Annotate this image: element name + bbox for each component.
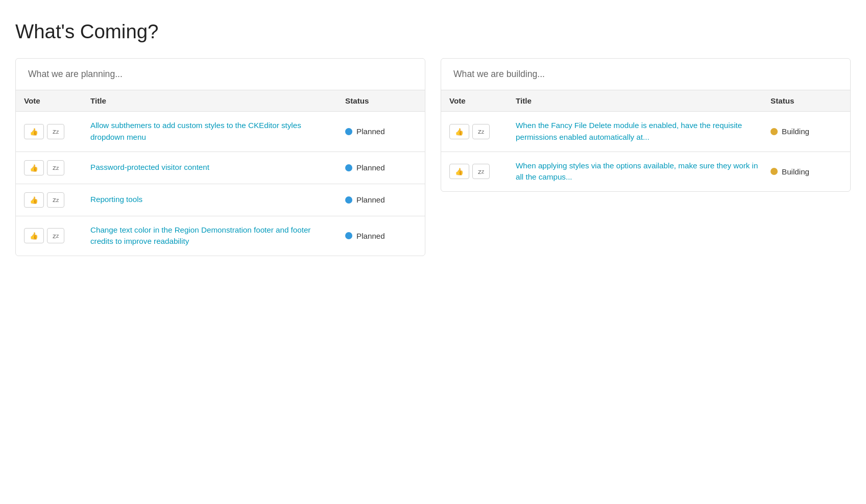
sleep-button[interactable]: zz [472,164,490,179]
thumbs-up-button[interactable]: 👍 [449,164,469,179]
row-title[interactable]: Reporting tools [90,194,345,206]
row-title[interactable]: Allow subthemers to add custom styles to… [90,120,345,143]
row-title[interactable]: When applying styles via the options ava… [516,160,771,184]
status-label: Planned [356,232,385,240]
sleep-button[interactable]: zz [47,228,64,243]
status-label: Planned [356,127,385,136]
status-cell: Building [771,167,842,176]
status-dot-building [771,168,778,175]
status-cell: Building [771,127,842,136]
planning-panel: What we are planning... Vote Title Statu… [15,58,425,256]
status-dot-planned [345,232,352,239]
vote-cell: 👍 zz [24,160,90,175]
status-dot-building [771,128,778,135]
status-dot-planned [345,164,352,171]
thumbs-up-button[interactable]: 👍 [24,192,44,208]
planning-col-vote: Vote [24,96,90,105]
vote-cell: 👍 zz [449,164,516,179]
table-row: 👍 zz Reporting tools Planned [16,184,425,216]
status-cell: Planned [345,163,417,172]
planning-table-header: Vote Title Status [16,90,425,112]
status-cell: Planned [345,195,417,204]
status-label: Building [782,167,809,176]
thumbs-up-button[interactable]: 👍 [24,228,44,243]
vote-cell: 👍 zz [24,192,90,208]
row-title[interactable]: Password-protected visitor content [90,162,345,173]
status-label: Building [782,127,809,136]
table-row: 👍 zz Password-protected visitor content … [16,152,425,184]
status-label: Planned [356,195,385,204]
building-col-status: Status [771,96,842,105]
table-row: 👍 zz Change text color in the Region Dem… [16,216,425,256]
row-title[interactable]: When the Fancy File Delete module is ena… [516,120,771,143]
vote-cell: 👍 zz [449,124,516,139]
building-table-header: Vote Title Status [441,90,850,112]
building-panel: What we are building... Vote Title Statu… [441,58,851,192]
thumbs-up-button[interactable]: 👍 [24,160,44,175]
thumbs-up-button[interactable]: 👍 [449,124,469,139]
sleep-button[interactable]: zz [47,160,64,175]
planning-col-title: Title [90,96,345,105]
building-col-title: Title [516,96,771,105]
vote-cell: 👍 zz [24,228,90,243]
status-dot-planned [345,196,352,204]
status-label: Planned [356,163,385,172]
status-cell: Planned [345,232,417,240]
planning-panel-header: What we are planning... [16,59,425,90]
table-row: 👍 zz Allow subthemers to add custom styl… [16,112,425,152]
building-col-vote: Vote [449,96,516,105]
sleep-button[interactable]: zz [47,124,64,139]
table-row: 👍 zz When the Fancy File Delete module i… [441,112,850,152]
tables-container: What we are planning... Vote Title Statu… [15,58,851,256]
row-title[interactable]: Change text color in the Region Demonstr… [90,224,345,248]
planning-col-status: Status [345,96,417,105]
thumbs-up-button[interactable]: 👍 [24,124,44,139]
table-row: 👍 zz When applying styles via the option… [441,152,850,192]
sleep-button[interactable]: zz [47,192,64,208]
page-title: What's Coming? [15,20,851,43]
vote-cell: 👍 zz [24,124,90,139]
status-cell: Planned [345,127,417,136]
status-dot-planned [345,128,352,135]
sleep-button[interactable]: zz [472,124,490,139]
building-panel-header: What we are building... [441,59,850,90]
